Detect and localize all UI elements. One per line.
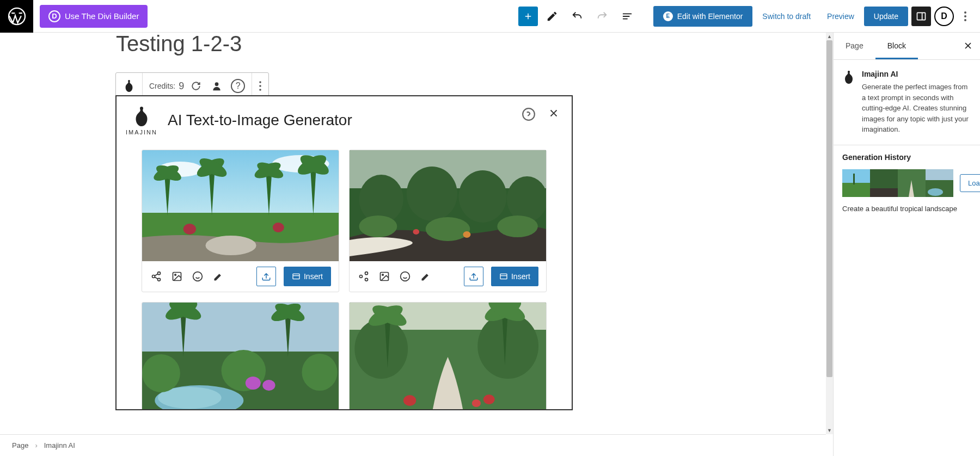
preview-button[interactable]: Preview	[820, 8, 861, 25]
refresh-credits-button[interactable]	[189, 81, 203, 91]
svg-point-23	[183, 224, 196, 235]
insert-label: Insert	[511, 272, 530, 281]
svg-point-24	[273, 223, 284, 232]
panel-header: IMAJINN AI Text-to-Image Generator	[117, 96, 572, 140]
svg-point-27	[158, 278, 161, 281]
account-button[interactable]	[210, 81, 223, 91]
document-overview-button[interactable]	[616, 5, 638, 27]
scroll-thumb[interactable]	[826, 40, 832, 377]
svg-rect-49	[500, 274, 507, 279]
touchup-button[interactable]	[419, 270, 432, 283]
more-options-button[interactable]	[957, 7, 973, 26]
face-fix-button[interactable]	[191, 270, 204, 283]
settings-sidebar-toggle[interactable]	[911, 7, 931, 26]
imajinn-ai-panel: IMAJINN AI Text-to-Image Generator	[115, 95, 573, 410]
edit-with-elementor-button[interactable]: E Edit with Elementor	[653, 6, 753, 27]
share-button[interactable]	[150, 270, 163, 283]
imajinn-logo-icon	[131, 105, 152, 128]
share-button[interactable]	[357, 270, 370, 283]
elementor-icon: E	[663, 11, 673, 21]
imajinn-logo-text: IMAJINN	[126, 129, 157, 135]
help-button[interactable]: ?	[231, 79, 245, 93]
undo-button[interactable]	[566, 5, 588, 27]
insert-image-button[interactable]: Insert	[491, 267, 538, 286]
editor-canvas: Testing 1-2-3 Credits: 9 ?	[0, 33, 826, 434]
svg-point-66	[477, 313, 538, 379]
generated-image	[142, 150, 339, 261]
breadcrumb-current: Imajinn AI	[44, 441, 75, 449]
svg-point-26	[152, 275, 155, 278]
wordpress-icon	[7, 7, 27, 26]
svg-rect-76	[853, 174, 855, 184]
close-icon	[963, 40, 973, 51]
svg-point-38	[359, 215, 397, 237]
editor-scrollbar[interactable]: ▲ ▼	[826, 33, 833, 434]
update-button[interactable]: Update	[864, 7, 908, 26]
add-block-button[interactable]	[518, 7, 538, 26]
scroll-down-arrow[interactable]: ▼	[826, 427, 833, 434]
svg-point-72	[483, 395, 495, 404]
divi-button-label: Use The Divi Builder	[65, 11, 139, 21]
block-info-panel: Imajinn AI Generate the perfect images f…	[834, 60, 980, 145]
sidebar-close-button[interactable]	[963, 40, 973, 51]
svg-point-6	[259, 81, 261, 83]
history-thumb[interactable]	[842, 169, 870, 197]
generated-image	[350, 303, 546, 410]
kebab-icon	[259, 80, 262, 92]
insert-image-button[interactable]: Insert	[284, 267, 331, 286]
panel-title: AI Text-to-Image Generator	[168, 112, 352, 129]
svg-point-43	[365, 272, 368, 275]
svg-rect-80	[926, 169, 953, 180]
svg-point-47	[382, 274, 384, 276]
svg-point-40	[497, 215, 538, 237]
switch-to-draft-button[interactable]: Switch to draft	[756, 8, 817, 25]
svg-rect-78	[870, 188, 898, 197]
svg-point-45	[365, 278, 368, 281]
svg-point-73	[472, 399, 481, 407]
history-thumb[interactable]	[898, 169, 926, 197]
save-to-media-button[interactable]	[464, 267, 483, 286]
breadcrumb-root[interactable]: Page	[12, 441, 28, 449]
edit-mode-button[interactable]	[541, 5, 563, 27]
variations-button[interactable]	[170, 270, 183, 283]
close-icon	[548, 107, 560, 119]
tab-block[interactable]: Block	[875, 33, 918, 59]
touchup-button[interactable]	[212, 270, 225, 283]
svg-point-65	[354, 319, 408, 379]
history-prompt-text: Create a beautiful tropical landscape	[842, 205, 971, 213]
face-fix-button[interactable]	[399, 270, 412, 283]
kebab-icon	[964, 10, 967, 22]
undo-icon	[571, 10, 583, 22]
svg-point-82	[928, 188, 943, 196]
topbar-left: D Use The Divi Builder	[0, 0, 148, 32]
panel-help-button[interactable]	[522, 107, 536, 121]
help-icon	[522, 107, 536, 121]
svg-point-39	[426, 217, 470, 241]
save-to-media-button[interactable]	[256, 267, 276, 286]
redo-icon	[596, 10, 608, 22]
tab-page[interactable]: Page	[834, 33, 875, 59]
svg-point-2	[964, 11, 966, 14]
wordpress-logo[interactable]	[0, 0, 33, 33]
history-thumb[interactable]	[870, 169, 898, 197]
variations-button[interactable]	[378, 270, 391, 283]
credits-label: Credits:	[149, 82, 175, 90]
panel-close-button[interactable]	[548, 107, 560, 119]
breadcrumb-separator: ›	[35, 441, 37, 449]
pencil-icon	[546, 10, 558, 22]
generated-image-card	[349, 302, 547, 410]
svg-point-71	[403, 395, 416, 406]
svg-point-58	[142, 354, 180, 392]
load-history-button[interactable]: Load	[960, 174, 980, 192]
scroll-up-arrow[interactable]: ▲	[826, 33, 833, 40]
page-title[interactable]: Testing 1-2-3	[116, 33, 242, 56]
block-info-icon	[842, 70, 855, 135]
use-divi-builder-button[interactable]: D Use The Divi Builder	[40, 5, 148, 28]
svg-point-3	[964, 15, 966, 17]
svg-point-35	[407, 167, 457, 221]
redo-button[interactable]	[591, 5, 613, 27]
history-thumb[interactable]	[926, 169, 953, 197]
generated-image-card: Insert	[349, 150, 547, 292]
divi-settings-button[interactable]: D	[934, 7, 954, 26]
svg-point-25	[158, 272, 161, 275]
